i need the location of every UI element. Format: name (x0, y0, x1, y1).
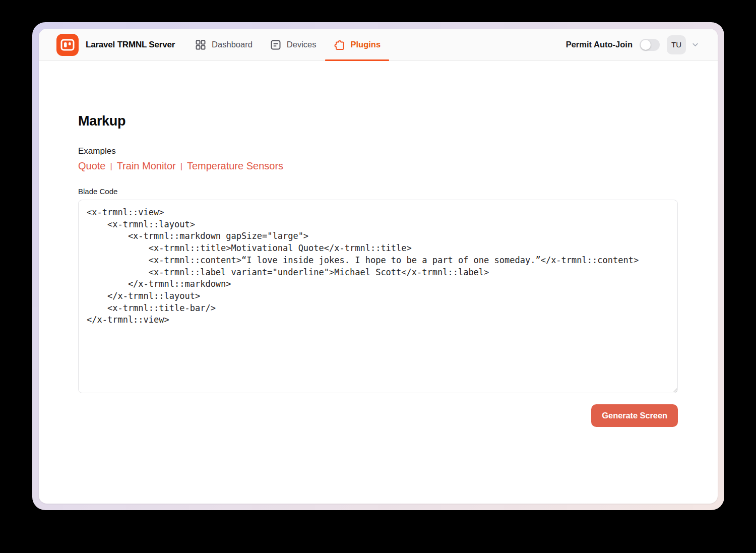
blade-code-textarea[interactable]: <x-trmnl::view> <x-trmnl::layout> <x-trm… (78, 200, 678, 393)
generate-screen-button[interactable]: Generate Screen (591, 404, 678, 427)
devices-icon (270, 39, 282, 51)
nav-item-plugins[interactable]: Plugins (325, 29, 390, 60)
page-title: Markup (78, 113, 678, 129)
main-content: Markup Examples Quote | Train Monitor | … (39, 61, 718, 427)
example-link-quote[interactable]: Quote (78, 160, 105, 172)
avatar-initials: TU (671, 40, 681, 49)
nav-label-devices: Devices (287, 40, 317, 49)
permit-autojoin-toggle[interactable] (640, 39, 660, 51)
nav-label-dashboard: Dashboard (212, 40, 253, 49)
dashboard-grid-icon (195, 39, 207, 51)
app-header: Laravel TRMNL Server Dashboard (39, 29, 718, 61)
examples-label: Examples (78, 146, 678, 156)
main-nav: Dashboard Devices (186, 29, 389, 60)
link-separator: | (180, 162, 182, 171)
user-avatar[interactable]: TU (667, 35, 686, 54)
nav-item-dashboard[interactable]: Dashboard (186, 29, 261, 60)
permit-autojoin-label: Permit Auto-Join (566, 40, 633, 49)
window-frame: Laravel TRMNL Server Dashboard (32, 22, 724, 510)
nav-item-devices[interactable]: Devices (261, 29, 325, 60)
trmnl-device-icon (56, 34, 79, 56)
nav-label-plugins: Plugins (351, 40, 381, 49)
app-title: Laravel TRMNL Server (86, 40, 175, 50)
toggle-knob (641, 40, 651, 50)
example-link-train-monitor[interactable]: Train Monitor (117, 160, 176, 172)
app-card: Laravel TRMNL Server Dashboard (39, 29, 718, 504)
example-link-temperature-sensors[interactable]: Temperature Sensors (187, 160, 283, 172)
blade-code-label: Blade Code (78, 187, 678, 196)
example-links: Quote | Train Monitor | Temperature Sens… (78, 160, 678, 172)
puzzle-icon (334, 39, 346, 51)
link-separator: | (110, 162, 112, 171)
app-logo[interactable] (56, 34, 79, 56)
header-right: Permit Auto-Join TU (566, 35, 700, 54)
chevron-down-icon[interactable] (691, 40, 700, 49)
button-row: Generate Screen (78, 404, 678, 427)
